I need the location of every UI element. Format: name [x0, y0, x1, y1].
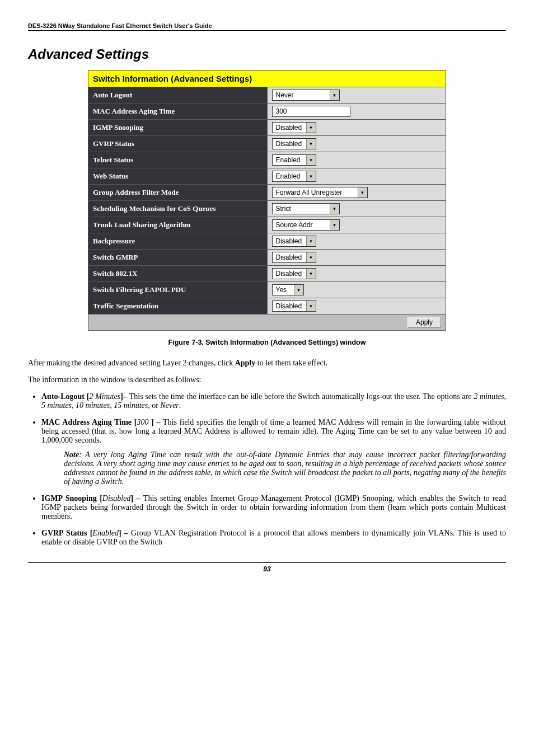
setting-row: Group Address Filter ModeForward All Unr…: [88, 185, 446, 201]
intro1-a: After making the desired advanced settin…: [28, 359, 235, 367]
dropdown[interactable]: Never▼: [272, 90, 340, 101]
setting-value-cell: Disabled▼: [267, 298, 446, 314]
setting-row: GVRP StatusDisabled▼: [88, 136, 446, 152]
setting-value-cell: Enabled▼: [267, 168, 446, 185]
setting-row: Traffic SegmentationDisabled▼: [88, 298, 446, 314]
b1-strong2: ]–: [120, 392, 129, 401]
dropdown[interactable]: Forward All Unregister▼: [272, 187, 368, 198]
b1-em-c: 10 minutes: [76, 401, 110, 410]
dropdown[interactable]: Disabled▼: [272, 252, 316, 263]
b2-em: 300: [137, 418, 151, 426]
bullet-auto-logout: Auto-Logout [2 Minutes]– This sets the t…: [41, 392, 506, 410]
dropdown[interactable]: Disabled▼: [272, 268, 316, 279]
chevron-down-icon: ▼: [306, 123, 316, 133]
intro1-b: to let them take effect.: [255, 359, 327, 367]
text-input[interactable]: 300: [272, 106, 350, 117]
dropdown-value: Disabled: [273, 302, 306, 310]
setting-row: Scheduling Mechanism for CoS QueuesStric…: [88, 201, 446, 217]
bullet-igmp-snooping: IGMP Snooping [Disabled] – This setting …: [41, 494, 506, 521]
setting-value-cell: Enabled▼: [267, 152, 446, 168]
setting-label: MAC Address Aging Time: [88, 104, 268, 120]
setting-row: Telnet StatusEnabled▼: [88, 152, 446, 168]
setting-row: Switch 802.1XDisabled▼: [88, 266, 446, 282]
dropdown-value: Disabled: [273, 237, 306, 245]
chevron-down-icon: ▼: [294, 285, 303, 295]
b2-strong2: ] –: [151, 418, 163, 426]
settings-panel-wrap: Switch Information (Advanced Settings) A…: [28, 70, 506, 331]
setting-row: Web StatusEnabled▼: [88, 168, 446, 185]
setting-row: IGMP SnoopingDisabled▼: [88, 120, 446, 136]
b3-strong: IGMP Snooping [: [41, 494, 102, 503]
setting-row: Switch Filtering EAPOL PDUYes▼: [88, 282, 446, 298]
dropdown[interactable]: Disabled▼: [272, 122, 316, 133]
setting-value-cell: Disabled▼: [267, 250, 446, 266]
dropdown-value: Enabled: [273, 156, 306, 164]
setting-label: IGMP Snooping: [88, 120, 268, 136]
dropdown[interactable]: Yes▼: [272, 284, 304, 295]
intro-paragraph-1: After making the desired advanced settin…: [28, 359, 506, 368]
page-footer: 93: [28, 562, 506, 573]
chevron-down-icon: ▼: [306, 252, 316, 262]
dropdown[interactable]: Enabled▼: [272, 171, 316, 182]
dropdown[interactable]: Disabled▼: [272, 138, 316, 149]
chevron-down-icon: ▼: [306, 171, 316, 181]
bullet-gvrp-status: GVRP Status [Enabled] – Group VLAN Regis…: [41, 529, 506, 547]
setting-label: Switch Filtering EAPOL PDU: [88, 282, 268, 298]
chevron-down-icon: ▼: [306, 269, 316, 279]
setting-label: Group Address Filter Mode: [88, 185, 268, 201]
panel-title: Switch Information (Advanced Settings): [88, 71, 446, 87]
b1-em-a: 2 minutes: [474, 392, 504, 401]
chevron-down-icon: ▼: [306, 155, 316, 165]
b4-em: Enabled: [92, 529, 119, 537]
chevron-down-icon: ▼: [306, 301, 316, 311]
chevron-down-icon: ▼: [306, 139, 316, 149]
dropdown[interactable]: Strict▼: [272, 203, 340, 214]
dropdown-value: Yes: [273, 286, 294, 294]
setting-label: GVRP Status: [88, 136, 268, 152]
b3-em: Disabled: [102, 494, 131, 503]
chevron-down-icon: ▼: [306, 236, 316, 246]
setting-label: Trunk Load Sharing Algorithm: [88, 217, 268, 233]
setting-value-cell: Disabled▼: [267, 120, 446, 136]
b1-em-b: 5 minutes: [41, 401, 72, 410]
dropdown-value: Strict: [273, 205, 330, 213]
setting-row: Auto LogoutNever▼: [88, 87, 446, 104]
setting-label: Auto Logout: [88, 87, 268, 104]
setting-row: BackpressureDisabled▼: [88, 233, 446, 250]
setting-value-cell: Never▼: [267, 87, 446, 104]
panel-title-row: Switch Information (Advanced Settings): [88, 71, 446, 87]
setting-label: Web Status: [88, 168, 268, 185]
setting-value-cell: Disabled▼: [267, 266, 446, 282]
setting-value-cell: Disabled▼: [267, 136, 446, 152]
setting-label: Telnet Status: [88, 152, 268, 168]
setting-value-cell: 300: [267, 104, 446, 120]
b1-text: This sets the time the interface can be …: [129, 392, 474, 401]
chevron-down-icon: ▼: [330, 220, 339, 230]
setting-value-cell: Source Addr▼: [267, 217, 446, 233]
apply-button[interactable]: Apply: [407, 317, 441, 328]
b1-em: 2 Minutes: [89, 392, 120, 401]
dropdown[interactable]: Disabled▼: [272, 300, 316, 312]
setting-value-cell: Disabled▼: [267, 233, 446, 250]
setting-label: Switch GMRP: [88, 250, 268, 266]
dropdown-value: Disabled: [273, 270, 306, 278]
dropdown[interactable]: Enabled▼: [272, 154, 316, 166]
section-title: Advanced Settings: [28, 46, 506, 62]
note-block: Note: A very long Aging Time can result …: [64, 450, 506, 486]
setting-label: Traffic Segmentation: [88, 298, 268, 314]
dropdown[interactable]: Source Addr▼: [272, 219, 340, 231]
setting-row: MAC Address Aging Time300: [88, 104, 446, 120]
switch-info-table: Switch Information (Advanced Settings) A…: [88, 70, 446, 331]
chevron-down-icon: ▼: [358, 187, 367, 198]
b2-strong: MAC Address Aging Time [: [41, 418, 137, 426]
note-text: : A very long Aging Time can result with…: [64, 450, 506, 486]
setting-label: Scheduling Mechanism for CoS Queues: [88, 201, 268, 217]
setting-value-cell: Strict▼: [267, 201, 446, 217]
b1-em-e: Never: [160, 401, 179, 410]
description-list: Auto-Logout [2 Minutes]– This sets the t…: [28, 392, 506, 547]
bullet-mac-aging: MAC Address Aging Time [300 ] – This fie…: [41, 418, 506, 486]
dropdown[interactable]: Disabled▼: [272, 236, 316, 247]
setting-label: Backpressure: [88, 233, 268, 250]
setting-label: Switch 802.1X: [88, 266, 268, 282]
dropdown-value: Enabled: [273, 172, 306, 180]
